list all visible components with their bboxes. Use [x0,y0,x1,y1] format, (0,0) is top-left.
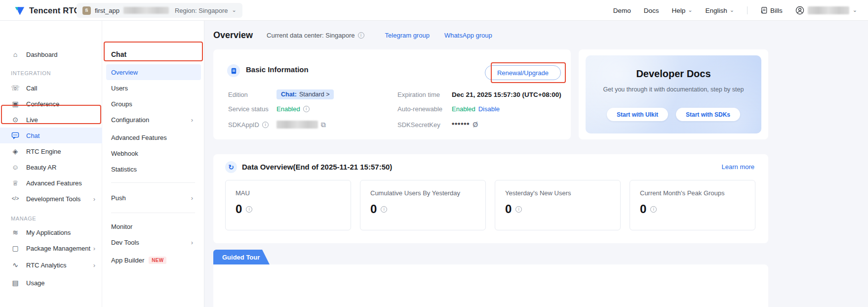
chat-submenu: Chat Overview Users Groups Configuration… [102,21,204,307]
info-icon[interactable]: i [246,206,252,213]
info-icon[interactable]: i [515,206,522,213]
redacted-sdkappid [276,121,318,129]
disable-auto-renew-link[interactable]: Disable [478,105,500,113]
sidebar-item-label: Call [26,85,37,92]
divider [747,6,748,14]
primary-sidebar: ⌂ Dashboard INTEGRATION ☏ Call ▣ Confere… [0,21,102,307]
start-with-sdks-button[interactable]: Start with SDKs [676,108,740,121]
top-header: Tencent RTC fi first_app Region: Singapo… [0,0,868,21]
account-menu[interactable]: ⌄ [795,6,857,15]
submenu-item-label: Push [111,194,126,202]
nav-docs[interactable]: Docs [644,7,659,14]
submenu-item-label: Advanced Features [111,134,167,141]
info-icon[interactable]: i [650,206,657,213]
nav-language[interactable]: English ⌄ [706,7,735,14]
submenu-item-app-builder[interactable]: App Builder NEW [106,252,201,268]
submenu-item-overview[interactable]: Overview [106,64,201,80]
brand[interactable]: Tencent RTC [14,0,80,21]
redacted-account-name [808,6,849,14]
sidebar-item-label: Usage [26,279,45,287]
sidebar-item-label: RTC Engine [26,148,61,155]
sidebar-item-rtc-analytics[interactable]: ∿ RTC Analytics › [0,257,102,273]
nav-help-label: Help [672,7,686,14]
sidebar-item-development-tools[interactable]: </> Development Tools › [0,191,102,207]
sidebar-item-my-applications[interactable]: ≋ My Applications [0,224,102,240]
submenu-item-webhook[interactable]: Webhook [106,145,201,161]
auto-renewable-label: Auto-renewable [397,105,452,113]
tencent-rtc-console: Tencent RTC fi first_app Region: Singapo… [0,0,868,307]
sidebar-item-advanced-features[interactable]: ♕ Advanced Features [0,175,102,191]
page-title: Overview [213,30,253,41]
telegram-group-link[interactable]: Telegram group [385,32,430,39]
dashboard-icon: ⌂ [11,51,20,58]
submenu-item-push[interactable]: Push › [106,190,201,206]
info-icon[interactable]: i [358,32,364,39]
submenu-item-label: Dev Tools [111,239,139,246]
usage-icon: ▤ [11,279,20,286]
stat-label: MAU [236,189,250,197]
submenu-item-label: Statistics [111,166,137,173]
info-icon[interactable]: i [381,206,387,213]
sidebar-item-label: Conference [26,100,59,108]
nav-language-label: English [706,7,727,14]
submenu-item-users[interactable]: Users [106,80,201,96]
eye-off-icon[interactable]: Ø [473,121,478,129]
sidebar-item-label: RTC Analytics [26,262,66,269]
guided-tour-tab[interactable]: Guided Tour [213,250,270,264]
submenu-item-dev-tools[interactable]: Dev Tools › [106,234,201,250]
learn-more-link[interactable]: Learn more [722,163,754,171]
submenu-item-advanced-features[interactable]: Advanced Features [106,130,201,145]
submenu-item-configuration[interactable]: Configuration › [106,112,201,128]
nav-bills[interactable]: $ Bills [760,6,783,14]
stat-value: 0 [505,202,512,216]
region-label: Region: Singapore [175,7,228,14]
edition-badge[interactable]: Chat: Standard > [276,89,334,99]
info-icon[interactable]: i [303,106,310,112]
sidebar-item-chat[interactable]: Chat [0,128,102,143]
sidebar-item-dashboard[interactable]: ⌂ Dashboard [0,46,102,62]
submenu-item-monitor[interactable]: Monitor [106,219,201,234]
sidebar-item-conference[interactable]: ▣ Conference [0,96,102,112]
layers-icon: ≋ [11,229,20,236]
sidebar-item-beauty-ar[interactable]: ☺ Beauty AR [0,159,102,175]
sidebar-item-call[interactable]: ☏ Call [0,80,102,96]
whatsapp-group-link[interactable]: WhatsApp group [444,32,492,39]
document-icon [227,64,240,77]
account-icon [795,6,804,15]
smiley-icon: ☺ [11,164,20,171]
nav-help[interactable]: Help ⌄ [672,7,693,14]
sdkappid-label: SDKAppID i [228,121,276,129]
expiration-value: Dec 21, 2025 15:57:30 (UTC+08:00) [452,91,561,98]
start-with-uikit-button[interactable]: Start with UIkit [607,108,668,121]
sdkappid-row: SDKAppID i ⧉ [228,119,326,130]
sidebar-item-rtc-engine[interactable]: ◈ RTC Engine [0,143,102,159]
submenu-item-statistics[interactable]: Statistics [106,161,201,177]
live-icon: ⊙ [11,116,20,123]
stat-card-cumulative-users: Cumulative Users By Yesterday 0 i [360,180,486,230]
copy-icon[interactable]: ⧉ [321,121,326,129]
nav-demo[interactable]: Demo [613,7,631,14]
app-selector[interactable]: fi first_app Region: Singapore ⌄ [77,3,242,18]
edition-row: Edition Chat: Standard > [228,89,334,100]
submenu-item-label: Users [111,85,128,92]
refresh-icon[interactable]: ↻ [225,161,237,173]
chevron-down-icon: ⌄ [232,7,237,13]
submenu-item-label: Overview [111,69,138,76]
submenu-item-groups[interactable]: Groups [106,96,201,112]
info-icon[interactable]: i [262,122,269,128]
edition-label: Edition [228,91,276,98]
conference-icon: ▣ [11,100,20,107]
brand-name: Tencent RTC [29,6,80,15]
sidebar-item-label: Live [26,116,38,124]
renewal-upgrade-button[interactable]: Renewal/Upgrade [485,65,561,80]
sidebar-item-label: Chat [26,132,39,139]
expiration-row: Expiration time Dec 21, 2025 15:57:30 (U… [397,89,561,100]
submenu-item-label: Groups [111,100,132,108]
sidebar-item-live[interactable]: ⊙ Live [0,112,102,128]
guided-tour-label: Guided Tour [222,254,260,261]
chevron-down-icon: ⌄ [688,7,692,13]
sidebar-item-usage[interactable]: ▤ Usage [0,275,102,291]
sidebar-item-package-management[interactable]: ▢ Package Management › [0,240,102,256]
data-overview-title: Data Overview(End of 2025-11-21 15:57:50… [242,163,392,171]
developer-docs-card: Developer Docs Get you through it with d… [579,49,768,139]
